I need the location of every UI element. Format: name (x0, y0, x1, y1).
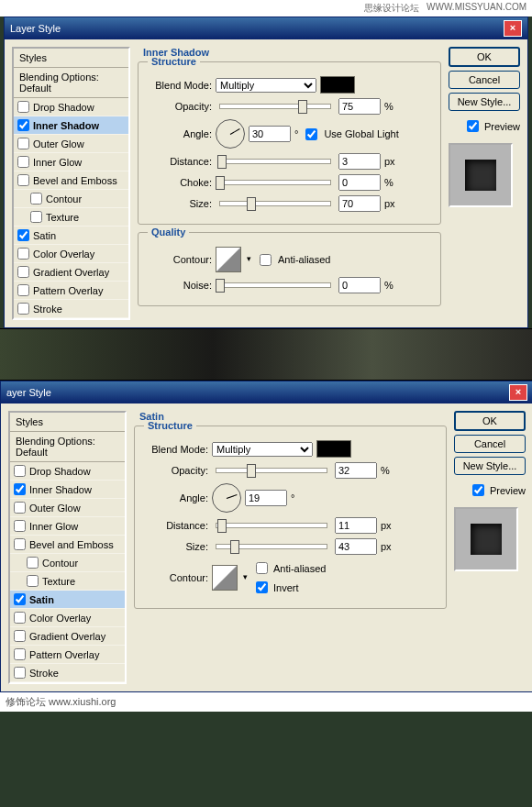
style-checkbox[interactable] (30, 211, 42, 223)
style-row-satin[interactable]: Satin (10, 591, 125, 609)
blend-mode-select[interactable]: Multiply (216, 78, 316, 93)
style-checkbox[interactable] (17, 174, 29, 186)
blending-options-row[interactable]: Blending Options: Default (14, 68, 128, 98)
style-row-color-overlay[interactable]: Color Overlay (14, 245, 128, 263)
opacity-input[interactable] (335, 462, 377, 479)
size-slider[interactable] (216, 544, 327, 549)
style-row-contour[interactable]: Contour (10, 554, 125, 572)
style-checkbox[interactable] (14, 593, 26, 605)
preview-checkbox[interactable] (467, 120, 479, 132)
style-checkbox[interactable] (17, 119, 29, 131)
angle-input[interactable] (249, 126, 291, 142)
distance-input[interactable] (338, 153, 381, 170)
style-checkbox[interactable] (17, 156, 29, 168)
style-checkbox[interactable] (17, 266, 29, 278)
style-checkbox[interactable] (27, 575, 39, 587)
style-row-inner-shadow[interactable]: Inner Shadow (14, 116, 128, 135)
contour-picker[interactable] (212, 565, 238, 591)
style-label: Inner Shadow (33, 120, 99, 131)
distance-input[interactable] (335, 517, 377, 534)
style-checkbox[interactable] (17, 101, 29, 113)
anti-aliased-checkbox[interactable] (256, 562, 268, 574)
blend-mode-select[interactable]: Multiply (212, 442, 313, 457)
color-swatch[interactable] (320, 76, 355, 94)
invert-checkbox[interactable] (256, 581, 268, 593)
cancel-button[interactable]: Cancel (454, 435, 526, 453)
style-checkbox[interactable] (17, 284, 29, 296)
cancel-button[interactable]: Cancel (449, 71, 520, 89)
style-checkbox[interactable] (17, 138, 29, 149)
opacity-slider[interactable] (216, 468, 327, 473)
ok-button[interactable]: OK (454, 411, 526, 431)
anti-aliased-checkbox[interactable] (260, 254, 272, 266)
style-row-inner-glow[interactable]: Inner Glow (10, 517, 125, 536)
use-global-light-checkbox[interactable] (305, 128, 317, 140)
contour-picker[interactable] (216, 247, 241, 272)
style-row-stroke[interactable]: Stroke (10, 664, 125, 682)
choke-input[interactable] (338, 174, 381, 191)
style-checkbox[interactable] (14, 520, 26, 532)
style-checkbox[interactable] (14, 630, 26, 642)
preview-swatch (449, 143, 513, 207)
style-row-bevel-and-emboss[interactable]: Bevel and Emboss (10, 536, 125, 554)
distance-slider[interactable] (219, 159, 331, 164)
style-row-pattern-overlay[interactable]: Pattern Overlay (14, 282, 128, 300)
style-row-inner-glow[interactable]: Inner Glow (14, 153, 128, 171)
new-style-button[interactable]: New Style... (449, 93, 520, 111)
style-row-pattern-overlay[interactable]: Pattern Overlay (10, 646, 125, 664)
style-row-color-overlay[interactable]: Color Overlay (10, 609, 125, 627)
style-label: Bevel and Emboss (29, 539, 114, 550)
styles-header[interactable]: Styles (10, 413, 125, 432)
angle-dial[interactable] (212, 483, 241, 513)
close-icon[interactable]: × (504, 20, 522, 37)
titlebar[interactable]: Layer Style × (5, 17, 527, 39)
style-checkbox[interactable] (14, 667, 26, 679)
style-checkbox[interactable] (17, 229, 29, 241)
layer-style-dialog-1: Layer Style × Styles Blending Options: D… (4, 17, 528, 328)
style-row-gradient-overlay[interactable]: Gradient Overlay (14, 263, 128, 282)
style-row-contour[interactable]: Contour (14, 190, 128, 208)
angle-dial[interactable] (216, 119, 245, 149)
style-row-outer-glow[interactable]: Outer Glow (10, 499, 125, 517)
style-row-inner-shadow[interactable]: Inner Shadow (10, 481, 125, 499)
styles-list-panel: Styles Blending Options: Default Drop Sh… (12, 47, 130, 320)
style-row-satin[interactable]: Satin (14, 227, 128, 245)
opacity-slider[interactable] (219, 104, 331, 109)
structure-fieldset: Structure Blend Mode: Multiply Opacity: … (138, 61, 441, 225)
style-checkbox[interactable] (14, 612, 26, 624)
size-input[interactable] (335, 538, 377, 555)
style-row-texture[interactable]: Texture (14, 208, 128, 227)
style-row-drop-shadow[interactable]: Drop Shadow (10, 462, 125, 481)
style-checkbox[interactable] (30, 193, 42, 205)
style-checkbox[interactable] (14, 502, 26, 514)
style-checkbox[interactable] (27, 557, 39, 569)
style-checkbox[interactable] (14, 648, 26, 660)
style-checkbox[interactable] (17, 303, 29, 315)
preview-checkbox[interactable] (472, 484, 484, 496)
style-checkbox[interactable] (14, 483, 26, 495)
style-checkbox[interactable] (14, 538, 26, 550)
size-slider[interactable] (219, 201, 331, 206)
new-style-button[interactable]: New Style... (454, 457, 526, 475)
color-swatch[interactable] (316, 440, 351, 458)
style-row-texture[interactable]: Texture (10, 572, 125, 591)
styles-header[interactable]: Styles (14, 49, 128, 68)
style-row-outer-glow[interactable]: Outer Glow (14, 135, 128, 153)
choke-slider[interactable] (219, 180, 331, 185)
distance-slider[interactable] (216, 523, 327, 528)
style-row-drop-shadow[interactable]: Drop Shadow (14, 98, 128, 116)
angle-input[interactable] (245, 490, 287, 506)
close-icon[interactable]: × (509, 384, 527, 401)
titlebar[interactable]: ayer Style × (1, 381, 532, 404)
ok-button[interactable]: OK (449, 47, 520, 67)
style-row-bevel-and-emboss[interactable]: Bevel and Emboss (14, 171, 128, 190)
noise-slider[interactable] (219, 282, 331, 288)
size-input[interactable] (338, 195, 381, 212)
style-row-gradient-overlay[interactable]: Gradient Overlay (10, 627, 125, 646)
opacity-input[interactable] (338, 98, 381, 115)
style-row-stroke[interactable]: Stroke (14, 300, 128, 318)
style-checkbox[interactable] (17, 248, 29, 260)
noise-input[interactable] (338, 277, 381, 293)
style-checkbox[interactable] (14, 465, 26, 477)
blending-options-row[interactable]: Blending Options: Default (10, 432, 125, 462)
